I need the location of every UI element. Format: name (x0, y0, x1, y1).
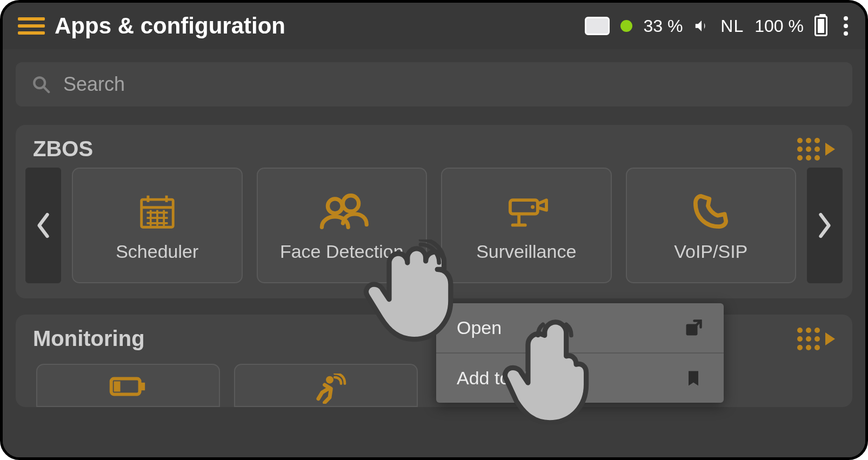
tile-scheduler[interactable]: Scheduler (72, 168, 243, 283)
tile-label: Scheduler (116, 241, 198, 262)
carousel-next-button[interactable] (807, 168, 843, 283)
display-icon (585, 17, 610, 35)
calendar-icon (136, 189, 178, 234)
device-frame: Apps & configuration 33 % NL 100 % (0, 0, 868, 460)
battery-icon (814, 16, 827, 36)
section-title-monitoring: Monitoring (33, 326, 145, 351)
carousel-prev-button[interactable] (25, 168, 61, 283)
grid-icon (797, 138, 820, 161)
people-icon (315, 189, 369, 234)
tile-monitoring-2[interactable] (234, 364, 418, 407)
svg-point-18 (531, 205, 535, 209)
top-bar: Apps & configuration 33 % NL 100 % (3, 3, 865, 49)
svg-point-12 (328, 198, 343, 213)
play-icon (825, 143, 835, 156)
search-bar[interactable] (16, 62, 852, 106)
chevron-right-icon (816, 212, 834, 239)
section-monitoring: Monitoring (16, 315, 852, 407)
view-toggle-monitoring[interactable] (797, 328, 835, 350)
tile-label: Face Detection (280, 241, 404, 262)
context-menu-open[interactable]: Open (436, 303, 724, 352)
section-title-zbos: ZBOS (33, 137, 93, 161)
battery-percent: 100 % (755, 16, 804, 36)
grid-icon (797, 328, 820, 350)
battery-low-icon (106, 374, 150, 399)
tile-voip-sip[interactable]: VoIP/SIP (626, 168, 797, 283)
tile-monitoring-1[interactable] (36, 364, 220, 407)
chevron-left-icon (34, 212, 52, 239)
svg-rect-20 (141, 383, 145, 390)
context-menu-label: Add to sidebar (457, 368, 575, 389)
phone-icon (689, 189, 733, 234)
volume-icon[interactable] (693, 18, 710, 34)
overflow-menu-button[interactable] (838, 13, 853, 39)
open-external-icon (684, 318, 703, 338)
play-icon (825, 332, 835, 345)
content-area: ZBOS (3, 49, 865, 457)
svg-line-1 (43, 86, 49, 92)
tile-label: Surveillance (476, 241, 576, 262)
context-menu: Open Add to sidebar (436, 303, 724, 403)
tile-face-detection[interactable]: Face Detection (257, 168, 428, 283)
camera-icon (500, 189, 552, 234)
motion-icon (302, 374, 350, 404)
svg-point-22 (326, 376, 333, 384)
svg-point-13 (343, 195, 359, 211)
tile-label: VoIP/SIP (674, 241, 747, 262)
zbos-carousel: Scheduler Face Detection (25, 168, 843, 283)
context-menu-add-sidebar[interactable]: Add to sidebar (436, 352, 724, 403)
svg-marker-15 (538, 200, 546, 210)
search-icon (32, 75, 50, 94)
search-input[interactable] (63, 73, 836, 96)
tile-surveillance[interactable]: Surveillance (441, 168, 612, 283)
menu-button[interactable] (18, 15, 45, 37)
section-zbos: ZBOS (16, 125, 852, 298)
context-menu-label: Open (457, 317, 502, 338)
view-toggle-zbos[interactable] (797, 138, 835, 161)
status-dot-icon (620, 20, 632, 32)
brightness-percent: 33 % (643, 16, 683, 36)
status-area: 33 % NL 100 % (585, 13, 853, 39)
page-title: Apps & configuration (55, 13, 575, 39)
language-label[interactable]: NL (720, 16, 744, 36)
bookmark-icon (684, 369, 703, 388)
svg-rect-21 (114, 381, 121, 391)
